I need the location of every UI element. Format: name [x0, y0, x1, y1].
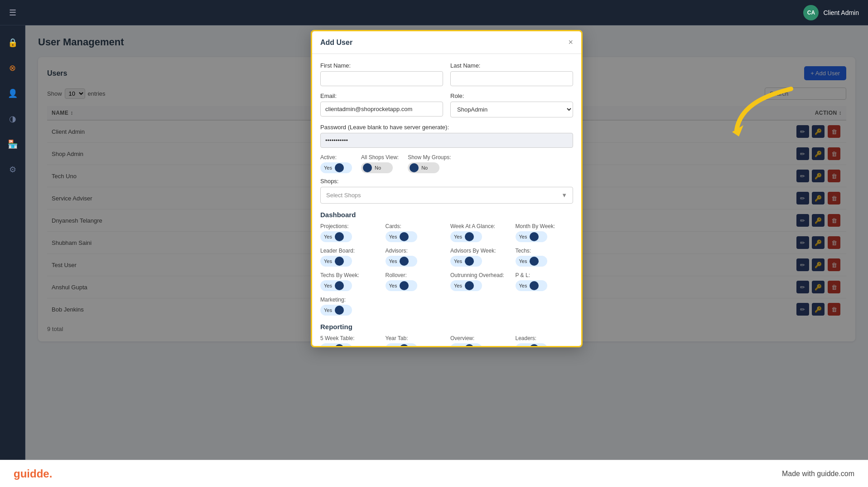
- modal-title: Add User: [320, 39, 352, 47]
- show-groups-toggle-item: Show My Groups: No: [408, 154, 451, 173]
- dash-yes: Yes: [387, 345, 399, 347]
- dash-toggle[interactable]: Yes: [386, 280, 417, 291]
- dash-label: Leaders:: [516, 335, 574, 341]
- dash-toggle[interactable]: Yes: [320, 343, 352, 347]
- dash-yes: Yes: [322, 233, 334, 240]
- all-shops-toggle[interactable]: No: [361, 162, 393, 173]
- dash-toggle[interactable]: Yes: [516, 231, 547, 242]
- dashboard-item: Outrunning Overhead: Yes: [450, 272, 508, 291]
- hamburger-icon[interactable]: ☰: [9, 8, 16, 18]
- dash-label: P & L:: [516, 272, 574, 278]
- dash-toggle[interactable]: Yes: [386, 256, 417, 267]
- dash-toggle[interactable]: Yes: [386, 343, 417, 347]
- dashboard-item: Rollover: Yes: [386, 272, 444, 291]
- dashboard-item: Techs: Yes: [516, 248, 574, 267]
- dash-label: Outrunning Overhead:: [450, 272, 508, 278]
- shops-section: Shops: Select Shops ▼: [320, 178, 573, 204]
- dash-toggle[interactable]: Yes: [320, 280, 352, 291]
- sidebar-pie-icon[interactable]: ◑: [5, 111, 21, 127]
- dash-circle: [465, 257, 474, 266]
- dash-yes: Yes: [517, 345, 529, 347]
- shops-select[interactable]: Select Shops ▼: [320, 187, 573, 204]
- dash-toggle[interactable]: Yes: [386, 231, 417, 242]
- dash-circle: [400, 281, 409, 290]
- sidebar-shop-icon[interactable]: 🏪: [5, 136, 21, 152]
- dash-circle: [465, 281, 474, 290]
- dash-label: Projections:: [320, 223, 378, 229]
- role-label: Role:: [450, 93, 573, 99]
- shops-chevron: ▼: [561, 192, 567, 199]
- last-name-input[interactable]: [450, 71, 573, 86]
- password-input[interactable]: [320, 133, 573, 148]
- dash-yes: Yes: [322, 345, 334, 347]
- modal-body: First Name: Last Name: Email:: [312, 54, 581, 347]
- dashboard-item: Leaders: Yes: [516, 335, 574, 347]
- active-label: Active:: [320, 154, 352, 161]
- dashboard-item: Projections: Yes: [320, 223, 378, 242]
- dash-label: 5 Week Table:: [320, 335, 378, 341]
- active-toggle[interactable]: Yes: [320, 162, 352, 173]
- show-groups-no: No: [420, 164, 429, 171]
- modal-header: Add User ×: [312, 31, 581, 54]
- sidebar-user-icon[interactable]: 👤: [5, 85, 21, 102]
- dash-toggle[interactable]: Yes: [516, 343, 547, 347]
- dash-toggle[interactable]: Yes: [450, 280, 482, 291]
- email-label: Email:: [320, 93, 443, 99]
- dash-label: Month By Week:: [516, 223, 574, 229]
- modal-overlay[interactable]: Add User × First Name: Last Name:: [25, 25, 868, 460]
- role-select[interactable]: ShopAdmin Admin Technician Advisor: [450, 102, 573, 117]
- dash-toggle[interactable]: Yes: [450, 343, 482, 347]
- email-input[interactable]: [320, 102, 443, 117]
- bottom-bar: guidde. Made with guidde.com: [0, 460, 868, 487]
- nav-left: ☰: [9, 8, 16, 18]
- password-label: Password (Leave blank to have server gen…: [320, 124, 573, 131]
- all-shops-label: All Shops View:: [361, 154, 399, 161]
- dash-toggle[interactable]: Yes: [516, 280, 547, 291]
- dashboard-item: Advisors By Week: Yes: [450, 248, 508, 267]
- modal-close-button[interactable]: ×: [568, 38, 573, 47]
- dash-yes: Yes: [517, 258, 529, 265]
- role-group: Role: ShopAdmin Admin Technician Advisor: [450, 93, 573, 117]
- dash-label: Techs:: [516, 248, 574, 254]
- dash-toggle[interactable]: Yes: [320, 256, 352, 267]
- email-group: Email:: [320, 93, 443, 117]
- dashboard-item: Advisors: Yes: [386, 248, 444, 267]
- dash-label: Overview:: [450, 335, 508, 341]
- dash-label: Marketing:: [320, 297, 378, 303]
- dash-toggle[interactable]: Yes: [450, 256, 482, 267]
- first-name-group: First Name:: [320, 62, 443, 86]
- dashboard-item: 5 Week Table: Yes: [320, 335, 378, 347]
- dashboard-heading: Dashboard: [320, 211, 573, 219]
- add-user-modal: Add User × First Name: Last Name:: [311, 30, 583, 347]
- show-groups-toggle[interactable]: No: [408, 162, 439, 173]
- admin-name: Client Admin: [823, 9, 859, 16]
- password-group: Password (Leave blank to have server gen…: [320, 124, 573, 148]
- email-role-row: Email: Role: ShopAdmin Admin Technician …: [320, 93, 573, 117]
- dash-toggle[interactable]: Yes: [450, 231, 482, 242]
- active-toggle-item: Active: Yes: [320, 154, 352, 173]
- show-groups-circle: [410, 163, 419, 172]
- dash-label: Leader Board:: [320, 248, 378, 254]
- dashboard-item: Week At A Glance: Yes: [450, 223, 508, 242]
- content-area: User Management Users + Add User Show 10…: [25, 25, 868, 460]
- dash-toggle[interactable]: Yes: [320, 305, 352, 316]
- dash-circle: [465, 232, 474, 241]
- dash-yes: Yes: [322, 282, 334, 289]
- sidebar-settings-icon[interactable]: ⚙: [5, 161, 21, 178]
- dash-label: Week At A Glance:: [450, 223, 508, 229]
- dashboard-item: P & L: Yes: [516, 272, 574, 291]
- password-row: Password (Leave blank to have server gen…: [320, 124, 573, 148]
- dash-toggle[interactable]: Yes: [516, 256, 547, 267]
- dashboard-item: Cards: Yes: [386, 223, 444, 242]
- reporting-heading: Reporting: [320, 323, 573, 331]
- dash-label: Year Tab:: [386, 335, 444, 341]
- dash-yes: Yes: [517, 282, 529, 289]
- dash-yes: Yes: [387, 233, 399, 240]
- dash-yes: Yes: [452, 233, 464, 240]
- dash-toggle[interactable]: Yes: [320, 231, 352, 242]
- sidebar-lock-icon[interactable]: 🔒: [5, 34, 21, 51]
- sidebar-chart-icon[interactable]: ⊗: [5, 60, 21, 76]
- dash-label: Cards:: [386, 223, 444, 229]
- first-name-input[interactable]: [320, 71, 443, 86]
- dash-label: Advisors:: [386, 248, 444, 254]
